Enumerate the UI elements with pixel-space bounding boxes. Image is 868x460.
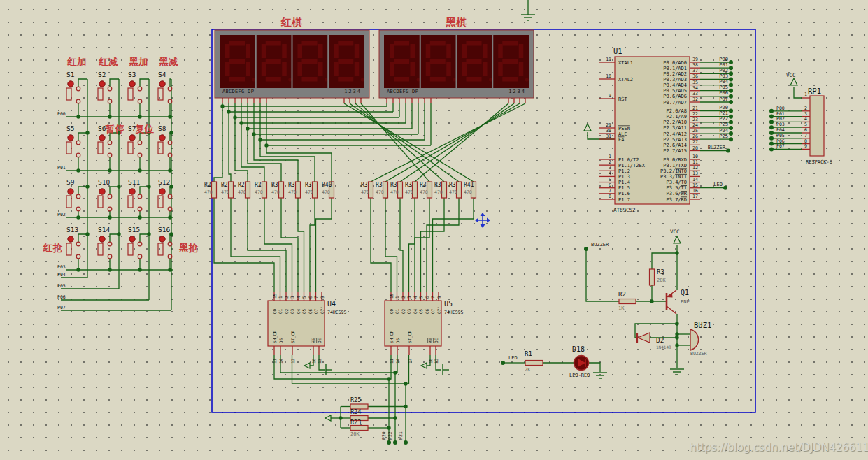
pin-label: Q6 (425, 308, 429, 314)
component-value: 470 (221, 189, 229, 195)
contact-icon (138, 141, 142, 145)
pin-label: P2.4/A12 (663, 131, 687, 137)
segment-icon (467, 77, 482, 82)
component-part: 74HC595 (327, 310, 346, 315)
component-ref: S5 (66, 124, 74, 132)
component-ref: S11 (128, 178, 140, 186)
buzzer-BUZ1[interactable] (690, 329, 699, 350)
button-cap-icon (68, 135, 73, 141)
button-plunger-icon (98, 196, 103, 208)
junction-dot (675, 332, 678, 336)
chip-U5[interactable] (385, 292, 441, 355)
contact-icon (138, 254, 142, 259)
pin-label: P3.4/T0 (666, 180, 687, 185)
schematic-canvas[interactable]: 红加红减黑加黑减P00P01P02P03P04P05P06P07S1S2S3S4… (0, 0, 868, 460)
junction-dot (168, 268, 171, 271)
diode-D2[interactable] (637, 333, 650, 343)
contact-icon (168, 194, 172, 199)
resistor-R23[interactable] (350, 426, 368, 431)
junction-dot (85, 232, 89, 236)
pin-label: P3.1/TXD (663, 163, 687, 168)
button-cap-icon (68, 236, 73, 242)
pin-number: 2 (401, 296, 406, 299)
wire (794, 87, 802, 98)
junction-dot (729, 60, 733, 64)
component-value: 470 (376, 189, 384, 195)
junction-dot (501, 361, 505, 365)
component-value: PNP (681, 299, 690, 305)
contact-icon (168, 254, 172, 259)
junction-dot (169, 131, 173, 134)
junction-dot (404, 382, 407, 385)
pin-label: P3.0/RXD (663, 157, 687, 163)
junction-dot (404, 440, 408, 445)
contact-icon (76, 141, 80, 145)
segment-icon (225, 62, 230, 76)
resistor-body (350, 426, 368, 431)
wire (361, 103, 429, 182)
resistor-R2[interactable] (619, 299, 636, 304)
dp-icon (525, 78, 529, 81)
segment-icon (229, 59, 245, 64)
led-D18[interactable] (574, 356, 589, 371)
wire (78, 79, 87, 87)
pin-label: OE (317, 338, 322, 343)
component-ref: R3 (420, 182, 427, 188)
pin-label: MR (311, 338, 316, 343)
wire (231, 198, 280, 292)
pin-label: P1.2 (618, 168, 630, 174)
pin-number: 15 (389, 293, 394, 299)
component-ref: U5 (444, 300, 453, 308)
junction-dot (239, 121, 243, 124)
pin-number: 12 (692, 165, 698, 171)
junction-dot (108, 215, 111, 219)
pin-label: RST (618, 96, 627, 102)
transistor-Q1[interactable] (667, 290, 676, 314)
contact-icon (108, 194, 112, 199)
component-ref: R2 (221, 182, 228, 188)
component-ref: R2 (255, 182, 262, 188)
button-plunger-icon (66, 196, 71, 208)
wire (415, 103, 508, 182)
net-label: P01 (776, 111, 785, 117)
junction-dot (675, 322, 678, 325)
junction-dot (769, 147, 774, 151)
segment-icon (426, 62, 431, 76)
wire (110, 79, 119, 87)
contact-icon (168, 87, 172, 91)
button-plunger-icon (98, 243, 103, 255)
wire (344, 103, 474, 182)
pin-number: 1 (278, 296, 283, 299)
button-plunger-icon (128, 243, 133, 255)
junction-dot (85, 131, 89, 134)
pin-label: Q4 (413, 308, 418, 314)
segment-icon (467, 41, 482, 46)
resistor-R3[interactable] (650, 269, 655, 285)
junction-dot (138, 168, 141, 172)
pin-label: Q7' (320, 306, 325, 314)
segment-icon (302, 59, 318, 64)
component-ref: R41 (464, 182, 474, 188)
keypad-column-label: 红减 (99, 56, 119, 67)
chip-U4[interactable] (268, 292, 325, 355)
net-label: P03 (719, 73, 728, 79)
pin-number: 7 (430, 296, 435, 299)
button-plunger-icon (98, 88, 103, 100)
component-ref: D2 (656, 336, 664, 344)
net-label: P00 (57, 111, 66, 117)
segment-icon (318, 44, 323, 58)
segment-icon (498, 62, 503, 76)
contact-icon (168, 99, 172, 103)
button-plunger-icon (66, 88, 71, 100)
net-label: P03 (776, 122, 785, 127)
junction-dot (723, 186, 727, 190)
net-label: LED (713, 182, 723, 187)
net-label: P05 (57, 283, 66, 289)
junction-dot (729, 137, 733, 141)
contact-icon (168, 141, 172, 145)
segment-icon (302, 77, 318, 82)
pin-number: 8 (609, 194, 611, 199)
pin-number: 9 (436, 296, 441, 299)
pin-label: Q1 (394, 308, 399, 314)
resistor-R1[interactable] (525, 361, 543, 366)
